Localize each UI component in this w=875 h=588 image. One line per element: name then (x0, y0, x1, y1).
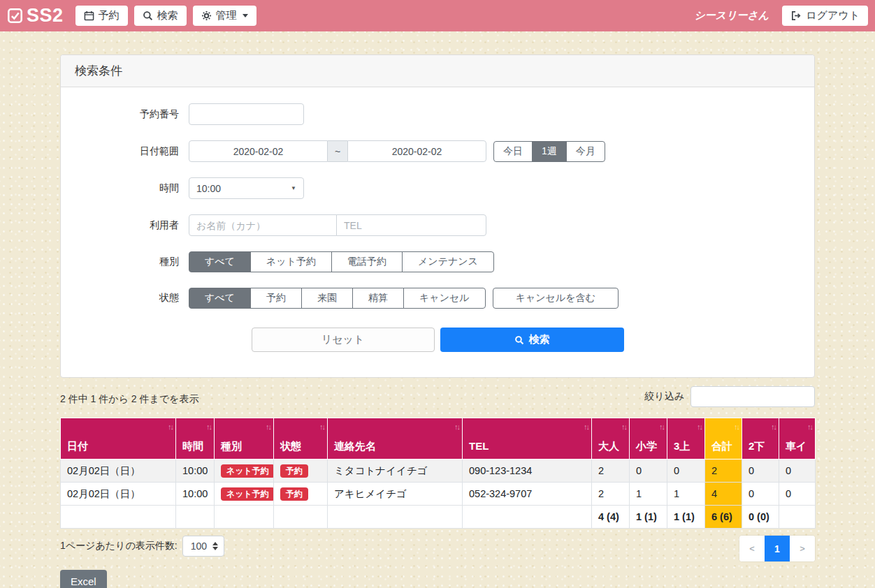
reservation-number-label: 予約番号 (61, 108, 189, 121)
totals-row: 4 (4) 1 (1) 1 (1) 6 (6) 0 (0) (61, 506, 816, 529)
include-cancel-button[interactable]: キャンセルを含む (493, 288, 619, 309)
check-square-icon (7, 8, 23, 24)
sort-icon: ↑↓ (319, 422, 324, 433)
nav-admin-dropdown[interactable]: 管理 (193, 6, 256, 26)
type-net-button[interactable]: ネット予約 (250, 251, 332, 272)
header-time[interactable]: ↑↓時間 (176, 418, 215, 460)
page-size-select[interactable]: 100 (182, 536, 224, 557)
header-age2minus[interactable]: ↑↓2下 (742, 418, 779, 460)
status-visited-button[interactable]: 来園 (301, 288, 353, 309)
status-all-button[interactable]: すべて (189, 288, 251, 309)
header-type[interactable]: ↑↓種別 (215, 418, 274, 460)
header-status[interactable]: ↑↓状態 (274, 418, 328, 460)
shortcut-month-button[interactable]: 今月 (566, 141, 605, 162)
excel-export-button[interactable]: Excel (60, 570, 107, 588)
results-table: ↑↓日付 ↑↓時間 ↑↓種別 ↑↓状態 ↑↓連絡先名 ↑↓TEL ↑↓大人 ↑↓… (60, 418, 816, 529)
date-from-input[interactable] (189, 140, 328, 162)
header-age3plus[interactable]: ↑↓3上 (667, 418, 705, 460)
cell-wheelchair: 0 (779, 460, 816, 483)
sort-icon: ↑↓ (454, 422, 459, 433)
totals-empty (328, 506, 463, 529)
cell-adult: 2 (592, 460, 630, 483)
totals-age3plus: 1 (1) (667, 506, 705, 529)
pagination-page-1-button[interactable]: 1 (765, 536, 790, 561)
status-reserved-button[interactable]: 予約 (250, 288, 302, 309)
totals-age2minus: 0 (0) (742, 506, 779, 529)
cell-age2minus: 0 (742, 460, 779, 483)
user-label: 利用者 (61, 219, 189, 232)
user-tel-input[interactable] (336, 214, 486, 236)
sort-icon: ↑↓ (771, 422, 776, 433)
time-select-value: 10:00 (196, 183, 221, 194)
nav-search-button[interactable]: 検索 (134, 6, 187, 26)
type-badge: ネット予約 (221, 487, 274, 501)
nav-reserve-button[interactable]: 予約 (75, 6, 128, 26)
chevron-down-icon (243, 14, 248, 17)
time-select[interactable]: 10:00 ▼ (189, 177, 304, 199)
app-logo[interactable]: SS2 (7, 6, 64, 25)
status-badge: 予約 (280, 487, 308, 501)
sign-out-icon (790, 10, 802, 21)
pagination-next-button[interactable]: > (790, 536, 815, 561)
cell-child: 0 (630, 460, 667, 483)
status-cancelled-button[interactable]: キャンセル (403, 288, 486, 309)
filter-input[interactable] (690, 386, 815, 407)
cell-status: 予約 (274, 460, 328, 483)
calendar-icon (84, 10, 94, 21)
header-wheelchair[interactable]: ↑↓車イ (779, 418, 816, 460)
search-icon (143, 10, 153, 21)
filter-wrap: 絞り込み (644, 386, 815, 407)
nav-reserve-label: 予約 (99, 9, 120, 22)
pagination-prev-button[interactable]: < (739, 536, 765, 561)
search-icon (514, 335, 524, 345)
reservation-number-input[interactable] (189, 103, 304, 125)
cell-child: 1 (630, 483, 667, 506)
nav-search-label: 検索 (157, 9, 178, 22)
date-range-label: 日付範囲 (61, 145, 189, 158)
header-contact-name[interactable]: ↑↓連絡先名 (328, 418, 463, 460)
cell-type: ネット予約 (215, 460, 274, 483)
totals-adult: 4 (4) (592, 506, 630, 529)
table-footer-bar: 1ページあたりの表示件数: 100 < 1 > (60, 536, 815, 561)
table-header-row: ↑↓日付 ↑↓時間 ↑↓種別 ↑↓状態 ↑↓連絡先名 ↑↓TEL ↑↓大人 ↑↓… (61, 418, 816, 460)
type-label: 種別 (61, 256, 189, 268)
cell-tel: 052-324-9707 (463, 483, 592, 506)
type-row: 種別 すべて ネット予約 電話予約 メンテナンス (61, 251, 814, 272)
header-child[interactable]: ↑↓小学 (630, 418, 667, 460)
panel-title: 検索条件 (61, 55, 814, 87)
cell-total: 4 (705, 483, 742, 506)
date-to-input[interactable] (347, 140, 486, 162)
search-submit-label: 検索 (529, 333, 550, 346)
header-tel[interactable]: ↑↓TEL (463, 418, 592, 460)
table-row[interactable]: 02月02日（日） 10:00 ネット予約 予約 ミタコトナイイチゴ 090-1… (61, 460, 816, 483)
header-adult[interactable]: ↑↓大人 (592, 418, 630, 460)
type-phone-button[interactable]: 電話予約 (331, 251, 403, 272)
user-name-input[interactable] (189, 214, 337, 236)
logo-text: SS2 (27, 6, 64, 25)
form-actions: リセット 検索 (61, 328, 814, 352)
totals-empty (274, 506, 328, 529)
status-settled-button[interactable]: 精算 (352, 288, 404, 309)
nav-admin-label: 管理 (216, 9, 237, 22)
cell-age3plus: 1 (667, 483, 705, 506)
shortcut-today-button[interactable]: 今日 (493, 141, 533, 162)
totals-empty (176, 506, 215, 529)
cell-age3plus: 0 (667, 460, 705, 483)
totals-child: 1 (1) (630, 506, 667, 529)
search-submit-button[interactable]: 検索 (440, 328, 624, 352)
status-toggle-group: すべて 予約 来園 精算 キャンセル (189, 288, 486, 309)
logout-button[interactable]: ログアウト (782, 6, 868, 26)
shortcut-week-button[interactable]: 1週 (532, 141, 567, 162)
cell-age2minus: 0 (742, 483, 779, 506)
reset-button[interactable]: リセット (252, 328, 435, 352)
filter-label: 絞り込み (644, 390, 684, 403)
results-bar: 2 件中 1 件から 2 件までを表示 絞り込み (60, 386, 815, 407)
cell-time: 10:00 (176, 483, 215, 506)
header-date[interactable]: ↑↓日付 (61, 418, 176, 460)
table-row[interactable]: 02月02日（日） 10:00 ネット予約 予約 アキヒメイチゴ 052-324… (61, 483, 816, 506)
type-all-button[interactable]: すべて (189, 251, 251, 272)
header-total[interactable]: ↑↓合計 (705, 418, 742, 460)
type-toggle-group: すべて ネット予約 電話予約 メンテナンス (189, 251, 494, 272)
type-maintenance-button[interactable]: メンテナンス (402, 251, 494, 272)
sort-icon: ↑↓ (807, 422, 812, 433)
